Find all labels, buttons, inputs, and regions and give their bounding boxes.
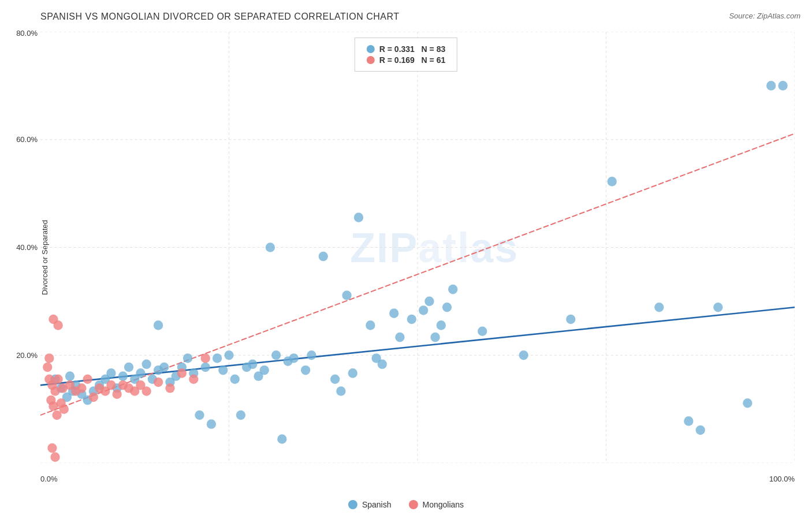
svg-point-67 xyxy=(395,333,404,342)
svg-point-59 xyxy=(336,386,345,396)
bottom-legend-mongolians: Mongolians xyxy=(408,500,464,509)
x-axis-labels: 0.0% 100.0% xyxy=(40,475,795,483)
chart-svg xyxy=(40,32,795,463)
svg-point-69 xyxy=(419,305,428,315)
svg-point-28 xyxy=(141,360,151,370)
svg-point-65 xyxy=(378,360,387,370)
svg-point-68 xyxy=(407,315,416,324)
svg-point-100 xyxy=(77,383,86,393)
svg-point-115 xyxy=(189,374,198,384)
svg-point-58 xyxy=(330,374,340,384)
svg-point-112 xyxy=(154,378,163,387)
svg-point-78 xyxy=(608,177,617,186)
svg-point-106 xyxy=(112,389,121,399)
svg-point-79 xyxy=(654,303,664,312)
svg-point-111 xyxy=(141,386,151,396)
svg-point-74 xyxy=(448,285,457,294)
svg-point-42 xyxy=(218,365,228,375)
svg-point-24 xyxy=(118,371,128,381)
chart-title: SPANISH VS MONGOLIAN DIVORCED OR SEPARAT… xyxy=(40,12,800,22)
svg-point-54 xyxy=(266,242,275,252)
svg-point-40 xyxy=(207,419,216,429)
svg-point-82 xyxy=(713,303,722,312)
svg-point-47 xyxy=(248,360,257,370)
svg-point-119 xyxy=(44,353,54,363)
legend-dot-1 xyxy=(367,45,375,53)
svg-point-102 xyxy=(89,393,98,402)
svg-point-56 xyxy=(307,350,316,360)
svg-point-60 xyxy=(342,290,351,300)
svg-point-31 xyxy=(159,363,169,372)
svg-point-84 xyxy=(766,81,776,91)
svg-point-76 xyxy=(519,350,528,360)
svg-point-57 xyxy=(319,252,328,262)
svg-point-41 xyxy=(213,353,222,363)
y-tick-80: 80.0% xyxy=(16,29,38,38)
svg-point-35 xyxy=(183,353,192,363)
source-text: Source: ZipAtlas.com xyxy=(729,12,800,20)
svg-point-43 xyxy=(224,350,233,360)
bottom-legend: Spanish Mongolians xyxy=(348,500,464,509)
chart-container: SPANISH VS MONGOLIAN DIVORCED OR SEPARAT… xyxy=(0,0,812,515)
svg-point-101 xyxy=(83,374,92,384)
svg-point-62 xyxy=(354,212,363,222)
svg-point-22 xyxy=(106,368,116,378)
y-tick-40: 40.0% xyxy=(16,243,38,252)
svg-point-77 xyxy=(566,315,575,324)
svg-point-113 xyxy=(165,383,174,393)
x-label-100: 100.0% xyxy=(769,475,795,483)
svg-point-120 xyxy=(201,353,210,363)
svg-point-118 xyxy=(43,363,52,372)
svg-point-85 xyxy=(778,81,787,91)
svg-point-80 xyxy=(684,416,693,426)
svg-point-66 xyxy=(389,308,398,318)
x-label-0: 0.0% xyxy=(40,475,58,483)
bottom-label-spanish: Spanish xyxy=(362,500,392,509)
svg-point-114 xyxy=(177,368,187,378)
svg-point-37 xyxy=(154,320,163,330)
bottom-dot-spanish xyxy=(348,500,357,509)
legend-text-1: R = 0.331 N = 83 xyxy=(379,44,445,54)
y-tick-20: 20.0% xyxy=(16,351,38,360)
legend-box: R = 0.331 N = 83 R = 0.169 N = 61 xyxy=(355,38,457,72)
svg-point-105 xyxy=(106,380,116,390)
svg-point-45 xyxy=(236,410,245,420)
svg-point-116 xyxy=(47,443,57,453)
svg-point-38 xyxy=(195,410,204,420)
svg-point-55 xyxy=(301,365,310,375)
bottom-dot-mongolians xyxy=(408,500,418,509)
svg-point-63 xyxy=(366,320,375,330)
svg-point-51 xyxy=(277,434,286,444)
svg-point-72 xyxy=(437,320,446,330)
svg-point-93 xyxy=(59,404,69,414)
legend-row-2: R = 0.169 N = 61 xyxy=(367,55,445,65)
bottom-legend-spanish: Spanish xyxy=(348,500,392,509)
svg-point-39 xyxy=(201,363,210,372)
svg-point-117 xyxy=(50,452,59,462)
y-tick-60: 60.0% xyxy=(16,135,38,144)
svg-point-50 xyxy=(271,350,281,360)
svg-point-27 xyxy=(136,368,145,378)
svg-point-75 xyxy=(478,326,487,336)
svg-point-94 xyxy=(53,374,62,384)
svg-point-44 xyxy=(230,374,240,384)
svg-point-81 xyxy=(696,426,705,435)
svg-point-73 xyxy=(442,303,452,312)
svg-point-83 xyxy=(743,398,752,408)
bottom-label-mongolians: Mongolians xyxy=(422,500,464,509)
chart-area: ZIPatlas xyxy=(40,32,795,463)
legend-text-2: R = 0.169 N = 61 xyxy=(379,55,445,65)
svg-point-16 xyxy=(65,371,75,381)
svg-point-97 xyxy=(53,320,62,330)
svg-point-61 xyxy=(348,368,357,378)
svg-point-70 xyxy=(424,297,434,307)
legend-dot-2 xyxy=(367,56,375,64)
svg-point-71 xyxy=(430,333,439,342)
svg-point-53 xyxy=(289,353,299,363)
svg-point-49 xyxy=(260,365,269,375)
legend-row-1: R = 0.331 N = 83 xyxy=(367,44,445,54)
svg-point-25 xyxy=(124,363,133,372)
